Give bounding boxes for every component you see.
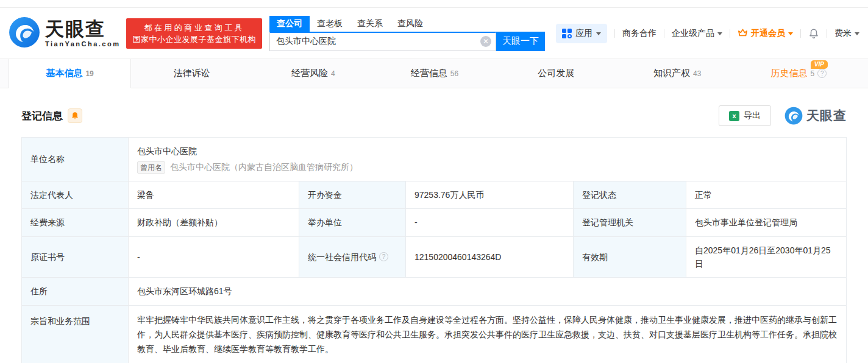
funding-value: 财政补助（差额补贴） bbox=[129, 209, 299, 236]
former-name-tag: 曾用名 bbox=[137, 161, 165, 174]
registration-info-table: 单位名称 包头市中心医院 曾用名 包头市中心医院（内蒙古自治区脑血管病研究所） … bbox=[21, 137, 847, 363]
tianyancha-watermark-icon bbox=[784, 107, 803, 125]
funding-label: 经费来源 bbox=[22, 209, 129, 236]
search-tab-risk[interactable]: 查风险 bbox=[390, 16, 430, 32]
search-button[interactable]: 天眼一下 bbox=[496, 32, 545, 51]
authority-value: 包头市事业单位登记管理局 bbox=[686, 209, 847, 236]
search-tab-boss[interactable]: 查老板 bbox=[310, 16, 350, 32]
search-tab-company[interactable]: 查公司 bbox=[269, 16, 310, 32]
organizer-value: - bbox=[406, 209, 574, 236]
clear-icon[interactable]: ✕ bbox=[480, 36, 491, 47]
former-name: 包头市中心医院（内蒙古自治区脑血管病研究所） bbox=[170, 160, 358, 174]
legal-rep-label: 法定代表人 bbox=[22, 182, 129, 209]
search-tab-relation[interactable]: 查关系 bbox=[350, 16, 390, 32]
unit-name-label: 单位名称 bbox=[22, 138, 129, 182]
cert-no-value: - bbox=[129, 237, 299, 278]
scope-label: 宗旨和业务范围 bbox=[22, 306, 129, 363]
brand-slogan-badge: 都在用的商业查询工具 国家中小企业发展子基金旗下机构 bbox=[126, 18, 262, 49]
validity-label: 有效期 bbox=[574, 237, 686, 278]
tab-intellectual-property[interactable]: 知识产权43 bbox=[617, 59, 738, 88]
company-detail-tabs: 基本信息19 法律诉讼 经营风险4 经营信息56 公司发展 知识产权43 VIP… bbox=[0, 58, 868, 88]
logo-text: 天眼查 bbox=[45, 19, 120, 38]
authority-label: 登记管理机关 bbox=[574, 209, 686, 236]
open-membership-button[interactable]: 开通会员 bbox=[738, 28, 793, 39]
nav-business-coop[interactable]: 商务合作 bbox=[622, 28, 656, 39]
cert-no-label: 原证书号 bbox=[22, 237, 129, 278]
slogan-line1: 都在用的商业查询工具 bbox=[132, 22, 256, 33]
subscribe-bell-button[interactable] bbox=[68, 108, 82, 123]
slogan-line2: 国家中小企业发展子基金旗下机构 bbox=[132, 33, 256, 45]
registration-section: 登记信息 x 导出 天眼查 单位名称 包头市中心医院 bbox=[0, 105, 868, 363]
company-name: 包头市中心医院 bbox=[137, 144, 358, 158]
logo-domain: TianYanCha.com bbox=[45, 40, 120, 48]
vip-badge: VIP bbox=[811, 60, 828, 69]
notification-bell-button[interactable] bbox=[808, 28, 819, 39]
tab-operation-risk[interactable]: 经营风险4 bbox=[252, 59, 374, 88]
bell-icon bbox=[71, 111, 79, 120]
tab-business-info[interactable]: 经营信息56 bbox=[374, 59, 495, 88]
help-icon[interactable]: ? bbox=[817, 69, 827, 78]
crown-icon bbox=[738, 28, 748, 39]
watermark-text: 天眼查 bbox=[806, 107, 847, 124]
bell-icon bbox=[808, 28, 819, 39]
credit-code-value: 12150200460143264D bbox=[406, 237, 574, 278]
apps-label: 应用 bbox=[575, 28, 592, 39]
unit-name-value: 包头市中心医院 曾用名 包头市中心医院（内蒙古自治区脑血管病研究所） bbox=[129, 138, 847, 182]
address-value: 包头市东河区环城路61号 bbox=[129, 278, 847, 305]
divider bbox=[614, 29, 615, 38]
divider bbox=[800, 29, 801, 38]
address-label: 住所 bbox=[22, 278, 129, 305]
tianyancha-logo-icon bbox=[9, 16, 40, 51]
divider bbox=[664, 29, 664, 38]
organizer-label: 举办单位 bbox=[299, 209, 406, 236]
status-value: 正常 bbox=[686, 182, 847, 209]
divider bbox=[730, 29, 730, 38]
excel-icon: x bbox=[729, 111, 739, 121]
status-label: 登记状态 bbox=[574, 182, 686, 209]
tab-company-development[interactable]: 公司发展 bbox=[496, 59, 617, 88]
top-strip bbox=[0, 0, 868, 7]
top-nav: 应用 商务合作 企业级产品 开通会员 费米 bbox=[556, 24, 859, 43]
credit-code-label: 统一社会信用代码 ? bbox=[299, 237, 406, 278]
tab-legal-litigation[interactable]: 法律诉讼 bbox=[131, 59, 252, 88]
apps-menu-button[interactable]: 应用 bbox=[556, 24, 607, 43]
export-button[interactable]: x 导出 bbox=[719, 105, 771, 126]
tianyancha-watermark: 天眼查 bbox=[784, 107, 847, 125]
legal-rep-value[interactable]: 梁鲁 bbox=[129, 182, 299, 209]
chevron-down-icon bbox=[717, 32, 722, 35]
scope-value: 牢牢把握铸牢中华民族共同体意识工作主线，将之贯穿于各项业务工作及自身建设等全过程… bbox=[129, 306, 847, 363]
chevron-down-icon bbox=[596, 32, 601, 35]
tab-basic-info[interactable]: 基本信息19 bbox=[9, 59, 131, 88]
header-search-area: 查公司 查老板 查关系 查风险 ✕ 天眼一下 bbox=[269, 16, 545, 51]
apps-grid-icon bbox=[562, 29, 572, 38]
tianyancha-logo[interactable]: 天眼查 TianYanCha.com bbox=[9, 16, 120, 51]
help-icon[interactable]: ? bbox=[379, 252, 388, 261]
search-tabs: 查公司 查老板 查关系 查风险 bbox=[269, 16, 545, 32]
divider bbox=[827, 29, 827, 38]
capital-value: 97253.76万人民币 bbox=[406, 182, 574, 209]
validity-value: 自2025年01月26日至2030年01月25日 bbox=[686, 237, 847, 278]
user-menu[interactable]: 费米 bbox=[834, 28, 859, 39]
section-title: 登记信息 bbox=[21, 109, 63, 123]
capital-label: 开办资金 bbox=[299, 182, 406, 209]
search-input[interactable] bbox=[269, 32, 496, 51]
nav-enterprise-product[interactable]: 企业级产品 bbox=[672, 28, 722, 39]
tab-history-info[interactable]: VIP 历史信息5 ? bbox=[738, 59, 859, 88]
site-header: 天眼查 TianYanCha.com 都在用的商业查询工具 国家中小企业发展子基… bbox=[0, 7, 868, 58]
chevron-down-icon bbox=[855, 32, 859, 35]
username: 费米 bbox=[834, 28, 852, 39]
chevron-down-icon bbox=[788, 32, 793, 35]
